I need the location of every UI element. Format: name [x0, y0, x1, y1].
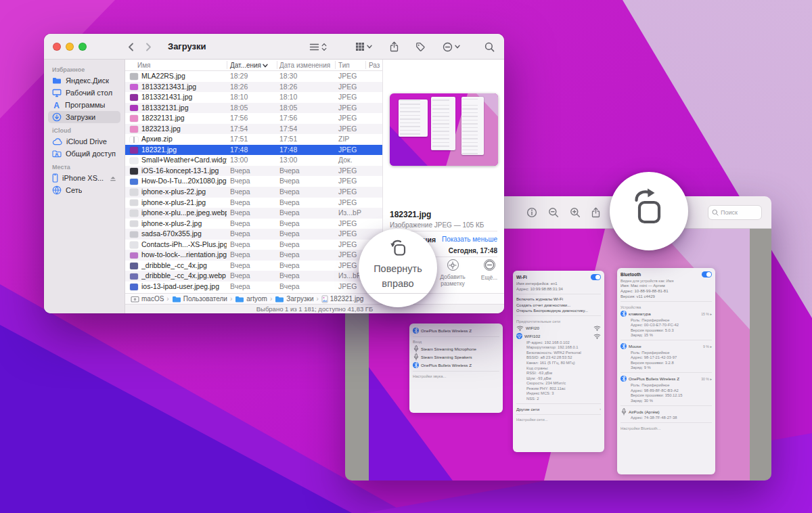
- toolbar-group-1: [309, 43, 327, 51]
- zoom-out-icon[interactable]: [548, 207, 559, 218]
- wifi-action[interactable]: Создать отчет диагностики...: [516, 303, 601, 309]
- sidebar-item-программы[interactable]: AПрограммы: [48, 99, 120, 111]
- chevron-down-icon[interactable]: [455, 45, 460, 49]
- file-icon: [130, 179, 138, 185]
- show-less-link[interactable]: Показать меньше: [442, 236, 497, 243]
- breadcrumb-item[interactable]: Пользователи: [172, 295, 227, 303]
- file-row[interactable]: Архив.zip17:5117:51ZIP: [125, 134, 382, 145]
- quick-action-1[interactable]: Добавитьразметку: [434, 259, 471, 287]
- file-row[interactable]: iOS-16-koncept-13-1.jpgВчераВчераJPEG: [125, 166, 382, 177]
- forward-button[interactable]: [145, 43, 152, 51]
- grid-view-icon[interactable]: [355, 42, 365, 51]
- breadcrumb-item[interactable]: Загрузки: [275, 295, 313, 303]
- bluetooth-device-row[interactable]: клавиатура15 % ▸: [621, 310, 712, 318]
- file-row[interactable]: _dribbble_-cc_4x.jpgВчераВчераJPEG: [125, 261, 382, 271]
- zoom-button[interactable]: [78, 43, 87, 51]
- rotate-right-tooltip[interactable]: Повернуть вправо: [359, 229, 437, 307]
- sound-output-item[interactable]: OnePlus Bullets Wireless Z: [413, 326, 499, 334]
- search-field[interactable]: [708, 205, 762, 220]
- file-row[interactable]: 181332131.jpg18:0518:05JPEG: [125, 103, 382, 114]
- back-button[interactable]: [128, 43, 134, 51]
- file-date-modified: Вчера: [279, 250, 300, 261]
- sort-updown-icon[interactable]: [321, 43, 327, 51]
- file-row[interactable]: sadsa-670x355.jpgВчераВчераJPEG: [125, 229, 382, 240]
- file-date-added: 18:10: [230, 92, 248, 103]
- wifi-action[interactable]: Открыть Беспроводную диагностику...: [516, 308, 601, 314]
- column-header-1[interactable]: Имя: [137, 60, 150, 71]
- bluetooth-toggle[interactable]: [702, 271, 712, 277]
- column-header-4[interactable]: Тип: [338, 60, 350, 71]
- sound-input-item[interactable]: Steam Streaming Speakers: [413, 353, 499, 361]
- file-name: _dribbble_-cc_4x.jpg: [141, 261, 227, 271]
- file-row[interactable]: 18232131.jpg17:5617:56JPEG: [125, 113, 382, 124]
- file-row[interactable]: How-Do-I-Tu...20x1080.jpgВчераВчераJPEG: [125, 176, 382, 187]
- tooltip-line2: вправо: [359, 277, 437, 292]
- file-row[interactable]: 1813321431.jpg18:1018:10JPEG: [125, 92, 382, 103]
- wifi-network-row[interactable]: WIFI102: [516, 332, 601, 340]
- breadcrumb-item[interactable]: artyom: [235, 295, 267, 303]
- file-row[interactable]: how-to-lock-...rientation.jpgВчераВчераJ…: [125, 250, 382, 261]
- tag-icon[interactable]: [415, 42, 425, 51]
- file-row[interactable]: 182321.jpg17:4817:48JPEG: [125, 145, 382, 156]
- sound-input-item[interactable]: OnePlus Bullets Wireless Z: [413, 361, 499, 369]
- file-row[interactable]: iphone-x-plus-21.jpgВчераВчераJPEG: [125, 198, 382, 208]
- file-row[interactable]: iphone-x-plu...pe.jpeg.webpВчераВчераИз.…: [125, 208, 382, 219]
- bluetooth-info-line: Версия: v11 c4429: [621, 294, 712, 300]
- file-row[interactable]: 1823213.jpg17:5417:54JPEG: [125, 124, 382, 135]
- sidebar-item-яндекс-диск[interactable]: Яндекс.Диск: [48, 74, 120, 87]
- search-icon[interactable]: [484, 42, 495, 52]
- sidebar-item-рабочий-стол[interactable]: Рабочий стол: [48, 87, 120, 99]
- quick-action-2[interactable]: Ещё...: [475, 259, 503, 281]
- chevron-down-icon[interactable]: [367, 45, 372, 49]
- column-header-3[interactable]: Дата изменения: [279, 60, 330, 71]
- file-row[interactable]: Small+Weather+Card.widgy13:0013:00Док.: [125, 155, 382, 166]
- close-button[interactable]: [53, 43, 61, 51]
- sidebar-item-icloud-drive[interactable]: iCloud Drive: [48, 135, 120, 148]
- bluetooth-device-row[interactable]: Mouse9 % ▸: [621, 342, 712, 351]
- file-row[interactable]: iphone-x-plus-22.jpgВчераВчераJPEG: [125, 187, 382, 198]
- wifi-action[interactable]: Включить журналы Wi-Fi: [516, 296, 601, 303]
- file-name: iphone-x-plu...pe.jpeg.webp: [141, 208, 227, 219]
- wifi-network-row[interactable]: WIFI20: [516, 324, 601, 332]
- list-view-icon[interactable]: [309, 43, 319, 51]
- minimize-button[interactable]: [66, 43, 74, 51]
- breadcrumb-item[interactable]: macOS: [131, 295, 164, 303]
- share-icon[interactable]: [390, 41, 399, 52]
- sidebar-item-iphone-xs-[interactable]: iPhone XS...: [48, 172, 120, 184]
- wifi-toggle[interactable]: [591, 274, 601, 280]
- file-icon: [130, 126, 138, 133]
- sidebar-item-загрузки[interactable]: Загрузки: [48, 111, 120, 123]
- file-thumbnail[interactable]: [390, 93, 498, 166]
- more-circle-icon[interactable]: [443, 42, 453, 52]
- sidebar-item-общий-доступ[interactable]: Общий доступ: [48, 148, 120, 160]
- search-input[interactable]: [721, 209, 760, 216]
- sidebar-item-label: Программы: [65, 101, 105, 109]
- column-header-5[interactable]: Раз: [369, 60, 380, 71]
- info-icon[interactable]: [526, 207, 537, 218]
- wifi-other-networks[interactable]: Другие сети›: [516, 405, 601, 412]
- bluetooth-device-row[interactable]: OnePlus Bullets Wireless Z30 % ▸: [621, 375, 712, 383]
- bluetooth-detail-line: Роль: Периферийное: [621, 351, 712, 356]
- file-row[interactable]: Contacts-iPh...-XS-Plus.jpgВчераВчераJPE…: [125, 240, 382, 250]
- share-icon[interactable]: [591, 207, 600, 218]
- bluetooth-settings-link[interactable]: Настройки Bluetooth...: [621, 425, 712, 431]
- sidebar-item-сеть[interactable]: Сеть: [48, 184, 120, 196]
- breadcrumb-item[interactable]: 182321.jpg: [321, 295, 364, 303]
- rotate-right-button-magnified[interactable]: [610, 172, 688, 250]
- file-row[interactable]: iphone-x-plus-2.jpgВчераВчераJPEG: [125, 219, 382, 229]
- wifi-settings-link[interactable]: Настройки сети...: [516, 416, 601, 422]
- column-header-2[interactable]: Дат...ения: [230, 60, 268, 71]
- bluetooth-device-row[interactable]: AirPods (Артём): [621, 407, 712, 416]
- bluetooth-device-name: AirPods (Артём): [629, 409, 659, 414]
- sound-input-item[interactable]: Steam Streaming Microphone: [413, 344, 499, 353]
- breadcrumb-separator: ›: [230, 295, 232, 303]
- sound-settings-link[interactable]: Настройки звука...: [413, 373, 499, 379]
- eject-icon[interactable]: [110, 175, 116, 181]
- file-row[interactable]: 18133213431.jpg18:2618:26JPEG: [125, 82, 382, 93]
- file-row[interactable]: _dribbble_-cc_4x.jpg.webpВчераВчераИз...…: [125, 271, 382, 282]
- file-row[interactable]: ios-13-ipad-user.jpeg.jpgВчераВчераJPEG: [125, 282, 382, 292]
- toolbar-group-4: [415, 42, 425, 51]
- file-row[interactable]: MLA22RS.jpg18:2918:30JPEG: [125, 71, 382, 82]
- zoom-in-icon[interactable]: [570, 207, 581, 218]
- bluetooth-detail-line: Роль: Периферийное: [621, 383, 712, 388]
